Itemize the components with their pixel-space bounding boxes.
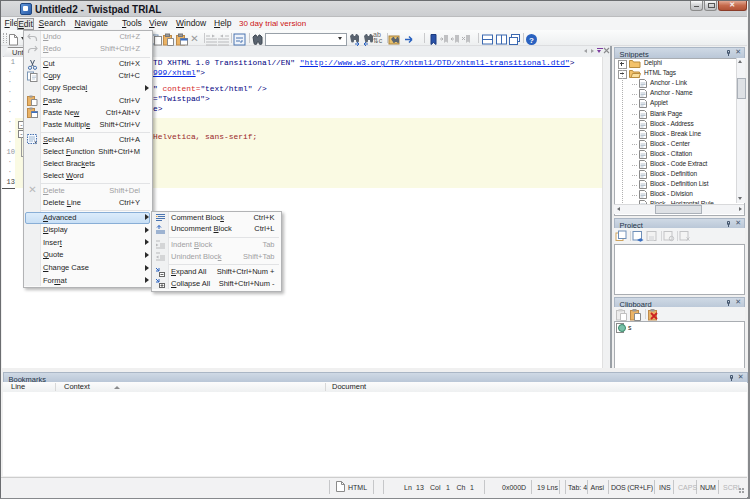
svg-text:?: ? xyxy=(529,35,534,44)
